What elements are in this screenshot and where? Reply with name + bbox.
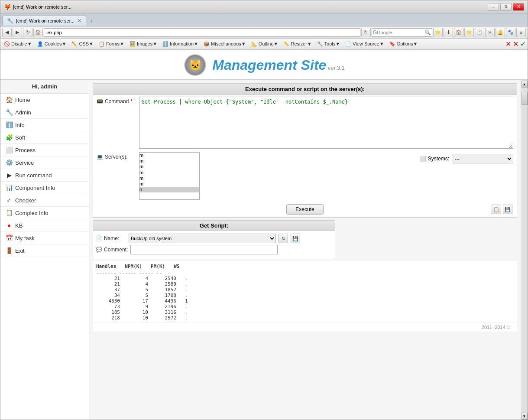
- sidebar-item-checker[interactable]: ✓ Checker: [0, 194, 89, 207]
- save-script-btn[interactable]: 💾: [291, 234, 300, 243]
- systems-section: ⬜ Systems: ---: [420, 152, 513, 163]
- active-tab[interactable]: 🔧 [cmd] Work on remote ser... ✕: [2, 16, 86, 26]
- comment-icon: 💬: [96, 247, 102, 253]
- sidebar-item-service[interactable]: ⚙️ Service: [0, 156, 89, 169]
- name-text: Name:: [104, 235, 119, 241]
- server-option[interactable]: m: [139, 158, 199, 164]
- home-nav-icon[interactable]: 🏠: [454, 28, 463, 37]
- refresh-url-button[interactable]: ↻: [361, 28, 371, 37]
- server-list[interactable]: m m m m m m n: [139, 153, 199, 199]
- close-button[interactable]: ✕: [513, 3, 524, 11]
- comment-text: Comment:: [104, 247, 128, 253]
- view-source-btn[interactable]: 📄 View Source▼: [343, 41, 386, 47]
- tab-title: [cmd] Work on remote ser...: [13, 4, 488, 10]
- npm-2: 4: [129, 281, 148, 287]
- col-header-npm: NPM(K): [125, 264, 142, 269]
- table-header-row: Handles NPM(K) PM(K) WS: [96, 263, 514, 270]
- server-option-selected[interactable]: n: [139, 187, 199, 192]
- greeting-text: Hi,: [32, 83, 39, 90]
- download-icon[interactable]: ⬇: [444, 28, 453, 37]
- comment-input[interactable]: [130, 245, 278, 254]
- sidebar-item-complex-info[interactable]: 📋 Complex Info: [0, 207, 89, 219]
- pm-4: 1708: [157, 293, 176, 298]
- refresh-button[interactable]: ↻: [23, 28, 32, 37]
- sidebar-item-component-info[interactable]: 📊 Component Info: [0, 182, 89, 194]
- sidebar-label-home: Home: [15, 97, 30, 103]
- sidebar-item-run-command[interactable]: ▶ Run command: [0, 169, 89, 182]
- information-btn[interactable]: ℹ️ Information▼: [161, 41, 200, 47]
- back-button[interactable]: ◀: [2, 28, 12, 37]
- toolbar-right-icons: ✕ ✕ ✓: [505, 40, 526, 48]
- systems-select[interactable]: ---: [453, 154, 513, 163]
- name-select[interactable]: BuckUp old system: [129, 234, 276, 243]
- checker-icon: ✓: [6, 197, 13, 204]
- search-icon[interactable]: 🔍: [424, 29, 431, 36]
- sidebar-label-soft: Soft: [15, 134, 25, 141]
- alert-icon[interactable]: 🔔: [496, 28, 505, 37]
- disable-btn[interactable]: 🚫 Disable▼: [2, 41, 34, 47]
- table-row-7: 185 10 3116 .: [96, 309, 514, 315]
- url-bar[interactable]: [44, 28, 360, 37]
- sidebar-item-kb[interactable]: ● KB: [0, 219, 89, 232]
- search-bar: G 🔍: [372, 28, 432, 37]
- outline-btn[interactable]: 📐 Outline▼: [249, 41, 280, 47]
- table-row-1: 21 4 2540 .: [96, 276, 514, 281]
- refresh-script-btn[interactable]: ↻: [279, 234, 288, 243]
- copyright-text: 2011–2014 ©: [482, 325, 510, 330]
- misc-btn[interactable]: 📦 Miscellaneous▼: [202, 41, 248, 47]
- check-icon: ✓: [520, 40, 526, 48]
- server-option[interactable]: m: [139, 181, 199, 187]
- restore-button[interactable]: ⧉: [500, 3, 512, 11]
- search-input[interactable]: [377, 30, 424, 35]
- tab-favicon: 🔧: [7, 18, 13, 24]
- servers-text: Server(s):: [105, 154, 128, 160]
- sidebar-item-info[interactable]: ℹ️ Info: [0, 119, 89, 131]
- sidebar-label-process: Process: [15, 147, 36, 153]
- save-icon-btn[interactable]: 💾: [503, 205, 512, 214]
- script-section-wrapper: Get Script: 📄 Name: BuckUp old system: [93, 220, 335, 259]
- name-row: 📄 Name: BuckUp old system ↻ 💾: [96, 234, 332, 243]
- new-tab-button[interactable]: +: [86, 16, 97, 26]
- sidebar-item-exit[interactable]: 🚪 Exit: [0, 244, 89, 257]
- sidebar-item-home[interactable]: 🏠 Home: [0, 94, 89, 106]
- ws-2: .: [185, 281, 188, 287]
- command-textarea[interactable]: Get-Process | where-Object {"System", "I…: [139, 97, 513, 149]
- sidebar-item-admin[interactable]: 🔧 Admin: [0, 106, 89, 119]
- history-icon[interactable]: 🕐: [475, 28, 484, 37]
- tools-btn[interactable]: 🔧 Tools▼: [315, 41, 342, 47]
- sidebar-item-soft[interactable]: 🧩 Soft: [0, 131, 89, 144]
- execute-button[interactable]: Execute: [286, 204, 323, 215]
- bookmark-nav-icon[interactable]: ⭐: [464, 28, 474, 37]
- forward-button[interactable]: ▶: [13, 28, 22, 37]
- server-option[interactable]: m: [139, 153, 199, 158]
- server-option[interactable]: m: [139, 164, 199, 169]
- bookmark-icon[interactable]: ⭐: [433, 28, 443, 37]
- scrollbar-up-arrow[interactable]: ▲: [522, 81, 528, 88]
- servers-row: 💻 Server(s): m m m m m m: [93, 150, 517, 202]
- addon-icon[interactable]: 🐾: [506, 28, 515, 37]
- command-text: Command: [105, 98, 129, 104]
- copy-icon-btn[interactable]: 📋: [492, 205, 501, 214]
- sidebar-item-process[interactable]: ⬜ Process: [0, 144, 89, 156]
- forms-btn[interactable]: 📋 Forms▼: [97, 41, 126, 47]
- minimize-button[interactable]: ─: [488, 3, 499, 11]
- sidebar-item-my-task[interactable]: 📅 My task: [0, 232, 89, 244]
- right-scrollbar[interactable]: ▲ ▼: [521, 80, 528, 420]
- options-btn[interactable]: 🔖 Options▼: [388, 41, 420, 47]
- images-btn[interactable]: 🖼️ Images▼: [128, 41, 159, 47]
- scrollbar-down-arrow[interactable]: ▼: [522, 413, 528, 420]
- server-option[interactable]: m: [139, 170, 199, 176]
- resizer-btn[interactable]: 📏 Resizer▼: [282, 41, 313, 47]
- menu-icon[interactable]: ≡: [516, 28, 526, 37]
- css-btn[interactable]: ✏️ CSS▼: [70, 41, 95, 47]
- home-button[interactable]: 🏠: [33, 28, 43, 37]
- sidebar-label-exit: Exit: [15, 247, 25, 254]
- pm-2: 2580: [157, 281, 176, 287]
- tab-close-button[interactable]: ✕: [77, 18, 81, 24]
- scrollbar-thumb[interactable]: [522, 92, 528, 105]
- server-option[interactable]: m: [139, 176, 199, 181]
- cookies-btn[interactable]: 👤 Cookies▼: [36, 41, 68, 47]
- sync-icon[interactable]: S: [485, 28, 495, 37]
- table-row-3: 37 5 1852 .: [96, 287, 514, 293]
- command-section-title: Execute command or script on the server(…: [93, 84, 517, 95]
